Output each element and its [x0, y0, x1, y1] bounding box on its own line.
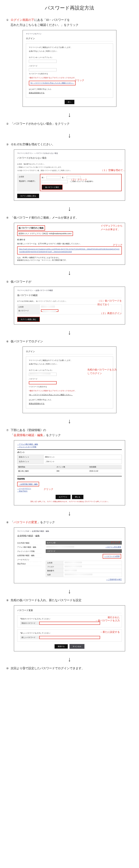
input-new-pw[interactable] [39, 636, 100, 639]
input-sei[interactable] [47, 176, 60, 179]
panel-temp-pw-confirm: マイページログイン ＞ 会員パスワードの確認 仮パスワードの確認 以下の会員情報… [14, 287, 125, 324]
change-pw-link[interactable]: ＞パスワードを変更 [103, 554, 121, 559]
link-creditcard[interactable]: ・クレジットカード情報 [17, 445, 122, 448]
nav-mailmag[interactable]: メールマガジン [17, 558, 41, 562]
step-10-text: 次回より⑨で設定したパスワードでログインできます。 [10, 666, 84, 671]
step-3-text: それぞれ空欄を埋めてください。 [10, 142, 55, 147]
forgot-pw-link-2[interactable]: *ID・パスワードを忘れた方はこちらをご確認ください。 [29, 393, 110, 396]
step-3-number: ③ [6, 142, 8, 147]
step-7-number: ⑦ [6, 428, 8, 432]
issue-temp-pw-button[interactable]: 仮パスワード発行 [42, 185, 62, 190]
email-line1: 仮の新しいパスワードは、以下のURLよりログイン画面へ進み確認してください。 [17, 242, 122, 245]
input-login-pw[interactable] [29, 68, 57, 71]
panel3-p1: お名前、電話番号を入力してください。 [17, 163, 122, 165]
panel1-warn: *連続でログインに失敗するとアカウントがロックされます。 [29, 76, 110, 79]
annot-click-8: クリック [111, 540, 120, 544]
step-9-number: ⑨ [6, 598, 8, 602]
show-pw-2: *パスワードを表示する [29, 385, 110, 388]
panel-email: 仮パスワード発行のご連絡 肌育美コスメ イヴデュフラン【本店】<info@mad… [14, 223, 125, 265]
input-tel[interactable] [42, 180, 68, 183]
reg-heading: 登録情報 [17, 477, 122, 480]
panel1-heading: ログイン [26, 37, 113, 40]
step-4-text: 「仮パスワード発行のご連絡」メールが届きます。 [10, 215, 79, 220]
annot-relogin: （２）再度ログイン [100, 311, 122, 315]
step-8-number: ⑧ [6, 520, 8, 524]
step-1-number: ① [6, 18, 8, 22]
panel8-heading: 会員情報の確認・編集 [17, 534, 122, 538]
step-9-text: 先程の仮パスワードを入れ、新たなパスワードを設定 [10, 598, 82, 603]
panel6-warn: *連続でログインに失敗するとアカウントがロックされます。 [29, 390, 110, 392]
arrow-down-icon: ↓ [0, 329, 139, 336]
input-login-pw-2[interactable] [29, 381, 57, 384]
label-tel: 電話番号（半角数字） [19, 180, 38, 184]
side-nav: 注文内容の確認 アドレス帳の確認・編集 クレジットカード情報 会員情報の確認・編… [17, 541, 41, 581]
nav-orders[interactable]: 注文内容の確認 [17, 541, 41, 545]
input-login-id[interactable] [29, 60, 57, 63]
input-current-pw[interactable] [39, 622, 100, 625]
step-2-text: 「パスワードがわからない場合」をクリック [10, 121, 70, 126]
label-sei: 姓： [42, 176, 45, 179]
first-time-label-2: はじめてご利用の方はこちら [29, 398, 110, 401]
goto-login-button[interactable]: ログイン画面に進む [17, 317, 40, 322]
step-10-number: ⑩ [6, 666, 8, 671]
link-member-info[interactable]: ・会員情報の確認・編集 [17, 482, 39, 487]
link-leave[interactable]: ・退会手続き [17, 490, 122, 492]
panel7-warn: 【閉じる】を押しても、ログイン状態は保持されます。ログアウトする場合は【ログアウ… [17, 500, 122, 503]
input-login-id-2[interactable] [29, 373, 57, 376]
annot-click-url: クリック [113, 243, 122, 247]
annot-enter-temp: 先程の仮パスワードを入力 してログイン [87, 368, 124, 375]
points-history-table: 獲得理由ポイント数有効期限 購入時に獲得3682018-11-02 [17, 465, 122, 473]
step-1-redpart: ログイン画面の下 [10, 18, 34, 22]
back-to-login-button[interactable]: ログイン画面に戻る [17, 194, 39, 198]
panel5-heading: 仮パスワードの確認 [17, 293, 122, 297]
step-8-text: 「パスワードの変更」をクリック [10, 520, 55, 525]
nav-address[interactable]: アドレス帳の確認・編集 [17, 545, 41, 549]
next-button[interactable]: 次へ [65, 100, 74, 104]
new-member-link-2[interactable]: 新規会員登録をする [29, 402, 110, 405]
panel3-p2: ご登録のメールアドレスに仮パスワードをお知らせいたします。 [17, 166, 122, 168]
edit-reg-link[interactable]: ＞ご登録内容を修正 [106, 579, 122, 580]
email-caution2: 新規発行されたパスワードは「マイページ」内で変更可能です。 [17, 259, 122, 261]
update-button[interactable]: 更新する [55, 644, 68, 649]
label-cur-pw: 現在のパスワード [20, 621, 39, 625]
arrow-down-icon: ↓ [0, 270, 139, 276]
login-id-bar: ログインID [46, 541, 122, 545]
close-button[interactable]: 閉じる [72, 495, 83, 499]
email-from: 肌育美コスメ イヴデュフラン【本店】<info@madameyoshiko.co… [17, 231, 73, 236]
label-new-pw: 新しいパスワード [20, 636, 39, 639]
label-name5: お名前 [19, 306, 39, 309]
label-login-id: ログインID（メールアドレス） [29, 56, 110, 59]
panel6-heading: ログイン [26, 350, 113, 353]
temp-pw-url-link[interactable]: https://cart0.shopserve.jp/-/madameyoshi… [19, 248, 119, 253]
nav-cc[interactable]: クレジットカード情報 [17, 549, 41, 553]
step-7-text: 下部にある《登録情報》の 「会員情報の確認・編集」をクリック [10, 428, 61, 438]
link-address-book[interactable]: ・アドレス帳の確認・編集 [17, 443, 122, 445]
panel-login-2: ログイン マイページへのご確認はログインの上でお願いします。 会員の方はこちらを… [23, 346, 116, 413]
nav-leave[interactable]: 退会手続き [17, 562, 41, 566]
link-mailmag[interactable]: ・メールマガジン [17, 487, 122, 490]
panel6-lead1: マイページへのご確認はログインの上でお願いします。 [29, 359, 110, 362]
panel1-lead2: 会員の方はこちらをご利用ください。 [29, 50, 110, 53]
annot-click-7: クリック [44, 487, 53, 491]
step-6-text: 仮パスワードでログイン [10, 339, 43, 344]
annot-fill-blank: （１）空欄を埋めて… [101, 168, 125, 172]
cancel-button[interactable]: キャンセル [70, 644, 84, 649]
page-title: パスワード再設定方法 [0, 0, 139, 16]
annot-click2: （２）クリック [70, 178, 87, 181]
arrow-down-icon: ↓ [0, 510, 139, 517]
arrow-down-icon: ↓ [0, 206, 139, 212]
new-member-link[interactable]: 新規会員登録をする [29, 92, 110, 94]
arrow-down-icon: ↓ [0, 418, 139, 424]
step-1-text: ログイン画面の下にある「ID・パスワードを 忘れた方はこちらをご確認ください。」… [10, 18, 79, 28]
logout-button[interactable]: ログアウト [56, 495, 71, 499]
annot-set-new: ←新たに設定する [100, 630, 120, 634]
nav-member[interactable]: 会員情報の確認・編集 [17, 553, 41, 558]
change-id-link[interactable]: ＞ログインIDを変更 [106, 546, 121, 548]
panel3-heading: パスワードがわからない場合 [17, 156, 122, 160]
forgot-password-link[interactable]: *ID・パスワードを忘れた方はこちらをご確認ください。 [29, 81, 76, 85]
panel-pw-update: パスワード更新 *現在のパスワードを入力してください 現在のパスワード *新しい… [14, 606, 125, 652]
panel-forgot-pw: マイページログイン ＞ パスワードがわからない場合 パスワードがわからない場合 … [14, 150, 125, 201]
step-2-number: ② [6, 122, 8, 126]
login-pw-bar: パスワード [46, 549, 122, 553]
arrow-down-icon: ↓ [0, 588, 139, 594]
